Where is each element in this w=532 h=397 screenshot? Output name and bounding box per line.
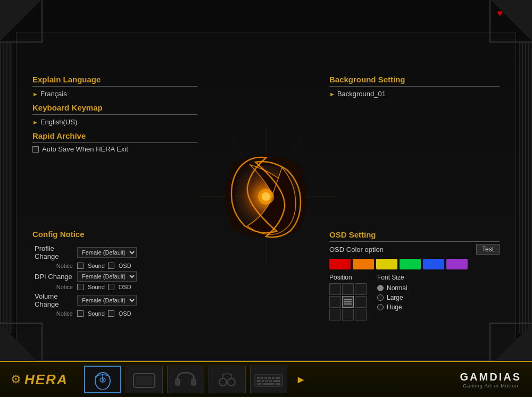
- side-decoration-left: [0, 43, 13, 333]
- osd-position-font-row: Position: [329, 274, 500, 320]
- device-tab-earphone[interactable]: [209, 366, 246, 393]
- pos-cell-tr[interactable]: [355, 283, 367, 295]
- pos-cell-mc[interactable]: [342, 296, 354, 308]
- device-tab-mousepad[interactable]: [126, 366, 163, 393]
- table-row: Notice Sound OSD: [32, 261, 235, 270]
- corner-decoration-br: [489, 323, 532, 365]
- lines-icon: [344, 299, 352, 305]
- profile-change-dropdown[interactable]: Female (Default): [77, 247, 137, 258]
- explain-language-value: Français: [40, 90, 67, 98]
- profile-sound-checkbox[interactable]: [77, 263, 84, 269]
- hera-logo: ⚙ HERA: [11, 371, 68, 388]
- color-swatch-orange[interactable]: [353, 259, 374, 269]
- pos-cell-br[interactable]: [355, 309, 367, 320]
- osd-color-swatches: [329, 259, 500, 269]
- table-row: DPI Change Female (Default): [32, 270, 235, 283]
- device-tab-headset[interactable]: [167, 366, 204, 393]
- svg-rect-17: [102, 378, 104, 382]
- pos-cell-bl[interactable]: [329, 309, 341, 320]
- osd-position-grid: [329, 283, 367, 320]
- font-huge-option[interactable]: Huge: [377, 303, 408, 311]
- volume-change-dropdown[interactable]: Female (Default): [77, 295, 137, 306]
- pos-cell-mr[interactable]: [355, 296, 367, 308]
- osd-color-option-label: OSD Color option: [329, 246, 473, 254]
- pos-cell-tl[interactable]: [329, 283, 341, 295]
- osd-test-button[interactable]: Test: [476, 244, 500, 255]
- svg-rect-29: [272, 377, 275, 379]
- volume-osd-checkbox-label[interactable]: OSD: [108, 310, 131, 317]
- dpi-sound-checkbox[interactable]: [77, 284, 84, 290]
- side-decoration-right: [519, 43, 532, 333]
- svg-rect-19: [136, 376, 153, 385]
- color-swatch-yellow[interactable]: [376, 259, 397, 269]
- volume-sound-label: Sound: [88, 310, 105, 317]
- corner-decoration-bl: [0, 323, 43, 365]
- color-swatch-blue[interactable]: [423, 259, 444, 269]
- device-next-arrow[interactable]: ►: [296, 374, 306, 386]
- font-normal-label: Normal: [387, 284, 408, 292]
- auto-save-checkbox-row[interactable]: Auto Save When HERA Exit: [32, 145, 197, 153]
- dpi-osd-checkbox-label[interactable]: OSD: [108, 284, 131, 290]
- background-setting-dropdown[interactable]: ► Background_01: [329, 89, 500, 99]
- svg-rect-32: [262, 380, 264, 382]
- keyboard-keymap-dropdown[interactable]: ► English(US): [32, 117, 197, 127]
- svg-rect-34: [269, 380, 272, 382]
- dpi-sound-checkbox-label[interactable]: Sound: [77, 284, 105, 290]
- color-swatch-purple[interactable]: [446, 259, 468, 269]
- svg-rect-35: [273, 380, 280, 382]
- keyboard-keymap-title: Keyboard Keymap: [32, 103, 197, 112]
- auto-save-checkbox[interactable]: [32, 146, 39, 153]
- pos-cell-bc[interactable]: [342, 309, 354, 320]
- taskbar: ⚙ HERA: [0, 361, 532, 397]
- config-notice-table: Profile Change Female (Default) Notice: [32, 243, 235, 318]
- color-swatch-red[interactable]: [329, 259, 351, 269]
- osd-setting-divider: [329, 241, 500, 242]
- osd-font-size-group: Font Size Normal Large Huge: [377, 274, 408, 320]
- device-tab-keyboard[interactable]: [250, 366, 287, 393]
- table-row: Notice Sound OSD: [32, 309, 235, 318]
- svg-rect-20: [176, 379, 180, 385]
- volume-sound-checkbox[interactable]: [77, 310, 84, 317]
- main-content: Explain Language ► Français Keyboard Key…: [16, 32, 516, 361]
- dpi-change-dropdown[interactable]: Female (Default): [77, 271, 137, 282]
- keyboard-icon: [253, 369, 284, 390]
- font-large-label: Large: [387, 294, 403, 301]
- headset-icon: [173, 369, 198, 390]
- dpi-notice-checkboxes: Sound OSD: [75, 283, 235, 291]
- table-row: Volume Change Female (Default): [32, 291, 235, 309]
- config-notice-divider: [32, 241, 235, 241]
- profile-osd-checkbox[interactable]: [108, 263, 114, 269]
- dpi-osd-checkbox[interactable]: [108, 284, 114, 290]
- dpi-osd-label: OSD: [119, 284, 131, 290]
- font-normal-radio[interactable]: [377, 285, 384, 291]
- profile-osd-label: OSD: [119, 263, 131, 269]
- device-tab-mouse[interactable]: [84, 366, 121, 393]
- font-large-radio[interactable]: [377, 294, 384, 301]
- background-setting-value: Background_01: [337, 90, 386, 98]
- osd-color-option-row: OSD Color option Test: [329, 244, 500, 255]
- background-setting-section: Background Setting ► Background_01: [329, 75, 500, 99]
- profile-sound-checkbox-label[interactable]: Sound: [77, 263, 105, 269]
- left-settings-column: Explain Language ► Français Keyboard Key…: [32, 75, 197, 153]
- profile-change-label: Profile Change: [32, 243, 75, 261]
- osd-position-label: Position: [329, 274, 367, 281]
- rapid-archive-divider: [32, 142, 197, 143]
- font-large-option[interactable]: Large: [377, 294, 408, 301]
- color-swatch-green[interactable]: [400, 259, 421, 269]
- pos-cell-ml[interactable]: [329, 296, 341, 308]
- pos-cell-tc[interactable]: [342, 283, 354, 295]
- font-huge-label: Huge: [387, 303, 402, 311]
- profile-osd-checkbox-label[interactable]: OSD: [108, 263, 131, 269]
- osd-setting-title: OSD Setting: [329, 230, 500, 239]
- explain-language-dropdown[interactable]: ► Français: [32, 89, 197, 99]
- profile-notice-checkboxes: Sound OSD: [75, 261, 235, 270]
- svg-rect-33: [265, 380, 268, 382]
- svg-rect-36: [257, 383, 262, 385]
- volume-osd-checkbox[interactable]: [108, 310, 114, 317]
- font-huge-radio[interactable]: [377, 304, 384, 310]
- font-normal-option[interactable]: Normal: [377, 284, 408, 292]
- background-setting-arrow: ►: [329, 91, 335, 97]
- config-notice-title: Config Notice: [32, 230, 235, 239]
- volume-sound-checkbox-label[interactable]: Sound: [77, 310, 105, 317]
- osd-position-group: Position: [329, 274, 367, 320]
